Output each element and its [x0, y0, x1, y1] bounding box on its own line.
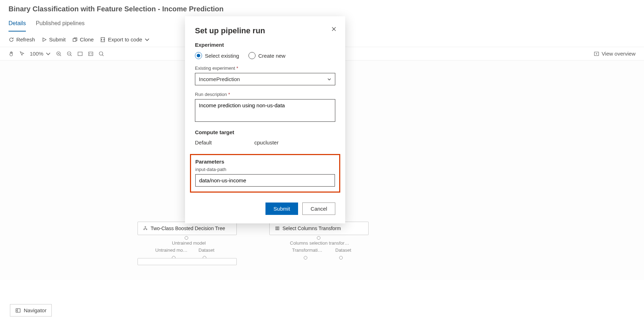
port-label: Dataset: [335, 247, 351, 253]
tree-icon: [143, 226, 148, 231]
parameters-section-highlight: Parameters input-data-path: [190, 154, 340, 193]
select-value: IncomePrediction: [199, 76, 240, 82]
existing-experiment-label: Existing experiment *: [195, 65, 335, 71]
radio-icon: [248, 52, 256, 59]
submit-button[interactable]: Submit: [265, 203, 298, 215]
actual-size-icon[interactable]: [88, 51, 94, 57]
clone-label: Clone: [80, 36, 94, 42]
compute-default-label: Default: [195, 139, 212, 146]
port-label: Untrained model: [172, 240, 206, 246]
zoom-in-icon[interactable]: [56, 51, 62, 57]
node-label: Two-Class Boosted Decision Tree: [151, 226, 225, 231]
refresh-icon: [9, 37, 14, 42]
navigator-label: Navigator: [24, 307, 46, 313]
chevron-down-icon: [327, 77, 331, 81]
radio-create-new[interactable]: Create new: [248, 52, 286, 59]
cancel-button[interactable]: Cancel: [302, 203, 335, 215]
node-port[interactable]: [185, 236, 188, 240]
dialog-title: Set up pipeline run: [195, 26, 335, 35]
svg-rect-13: [278, 227, 279, 230]
radio-label: Select existing: [205, 53, 239, 59]
svg-point-6: [99, 52, 103, 55]
param-input-data-path-input[interactable]: [195, 174, 335, 187]
page-title: Binary Classification with Feature Selec…: [0, 0, 644, 17]
zoom-value: 100%: [30, 51, 43, 57]
clone-button[interactable]: Clone: [72, 36, 94, 42]
svg-rect-12: [277, 227, 278, 230]
zoom-level[interactable]: 100%: [30, 51, 51, 57]
clone-icon: [72, 37, 78, 42]
port-label: Transformati…: [292, 247, 322, 253]
pipeline-node[interactable]: Two-Class Boosted Decision Tree: [138, 222, 237, 235]
node-port[interactable]: [317, 236, 320, 240]
param-input-data-path-label: input-data-path: [195, 167, 335, 172]
refresh-label: Refresh: [16, 36, 35, 42]
overview-icon: [594, 51, 599, 57]
pipeline-node[interactable]: Select Columns Transform: [269, 222, 369, 235]
node-port[interactable]: [304, 256, 307, 260]
compute-value: cpucluster: [254, 139, 279, 146]
search-icon[interactable]: [99, 51, 104, 57]
export-icon: [100, 37, 106, 42]
svg-point-8: [145, 226, 146, 227]
fit-to-screen-icon[interactable]: [77, 51, 83, 57]
close-button[interactable]: [331, 26, 337, 33]
node-port[interactable]: [339, 256, 343, 260]
svg-rect-11: [276, 227, 277, 230]
radio-icon: [195, 52, 202, 59]
node-label: Select Columns Transform: [282, 226, 341, 231]
view-overview-button[interactable]: View overview: [594, 51, 635, 57]
export-to-code-button[interactable]: Export to code: [100, 36, 150, 42]
view-overview-label: View overview: [601, 51, 635, 57]
radio-label: Create new: [258, 53, 286, 59]
navigator-button[interactable]: Navigator: [10, 304, 52, 317]
compute-target-header: Compute target: [195, 129, 335, 135]
chevron-down-icon: [144, 37, 150, 42]
setup-pipeline-run-dialog: Set up pipeline run Experiment Select ex…: [185, 16, 345, 223]
tab-published-pipelines[interactable]: Published pipelines: [36, 17, 85, 32]
existing-experiment-select[interactable]: IncomePrediction: [195, 73, 335, 85]
play-icon: [41, 37, 47, 42]
submit-label: Submit: [49, 36, 66, 42]
port-label: Untrained mo…: [155, 247, 187, 253]
experiment-header: Experiment: [195, 42, 335, 48]
hand-tool-icon[interactable]: [9, 51, 14, 57]
parameters-header: Parameters: [195, 159, 335, 165]
zoom-out-icon[interactable]: [67, 51, 72, 57]
pipeline-node[interactable]: [138, 258, 237, 265]
radio-select-existing[interactable]: Select existing: [195, 52, 239, 59]
submit-button[interactable]: Submit: [41, 36, 66, 42]
port-label: Columns selection transfor…: [290, 240, 349, 246]
chevron-down-icon: [45, 51, 51, 57]
run-description-input[interactable]: [195, 99, 335, 122]
close-icon: [331, 26, 337, 32]
tab-details[interactable]: Details: [9, 17, 26, 32]
run-description-label: Run description *: [195, 92, 335, 97]
export-label: Export to code: [108, 36, 142, 42]
port-label: Dataset: [198, 247, 214, 253]
svg-rect-0: [73, 39, 76, 41]
navigator-icon: [15, 308, 21, 313]
svg-rect-4: [78, 52, 82, 56]
refresh-button[interactable]: Refresh: [9, 36, 35, 42]
pointer-tool-icon[interactable]: [19, 51, 25, 57]
columns-icon: [275, 226, 280, 231]
